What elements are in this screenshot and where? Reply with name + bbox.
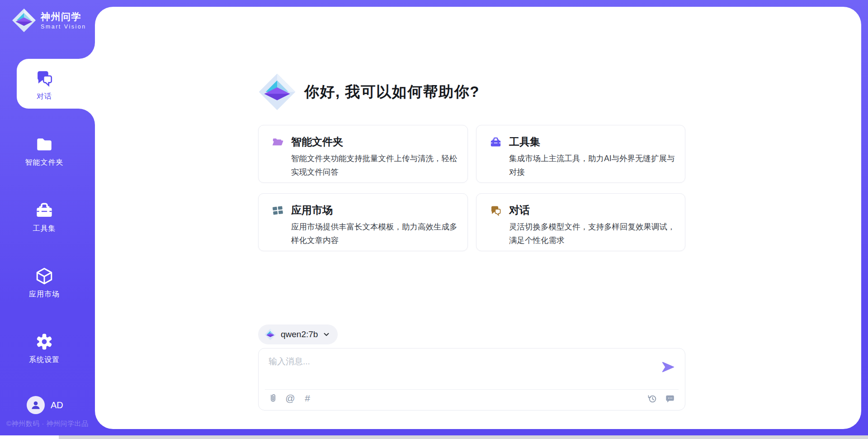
greeting-block: 你好, 我可以如何帮助你? — [258, 73, 480, 111]
diamond-logo-icon — [12, 8, 36, 33]
app-logo: 神州问学 Smart Vision — [12, 8, 86, 33]
card-title: 工具集 — [509, 135, 677, 148]
card-description: 智能文件夹功能支持批量文件上传与清洗，轻松实现文件问答 — [291, 152, 459, 179]
composer-tools-left: @ # — [268, 393, 313, 404]
grid-icon — [272, 205, 284, 217]
feedback-icon[interactable] — [665, 393, 675, 404]
main-content-layer: 你好, 我可以如何帮助你? 智能文件夹 智能文件夹功能支持批量文件上传与清洗，轻… — [95, 7, 861, 429]
chat-icon — [35, 69, 54, 88]
history-icon[interactable] — [647, 393, 658, 404]
mention-icon[interactable]: @ — [285, 393, 296, 404]
sidebar-item-label: 对话 — [0, 92, 89, 101]
send-icon — [661, 360, 675, 374]
chat-icon — [490, 205, 502, 217]
hash-icon[interactable]: # — [302, 393, 313, 404]
sidebar-item-chat[interactable]: 对话 — [0, 69, 89, 101]
user-initials: AD — [51, 400, 63, 410]
sidebar-item-label: 智能文件夹 — [0, 158, 89, 167]
card-title: 对话 — [509, 203, 677, 217]
scrollbar-track[interactable] — [59, 435, 868, 439]
sidebar-footer-text: ©神州数码 · 神州问学出品 — [6, 420, 88, 428]
sidebar-item-settings[interactable]: 系统设置 — [0, 332, 89, 365]
toolbox-icon — [490, 136, 502, 148]
model-selector[interactable]: qwen2:7b — [258, 324, 338, 344]
attachment-icon[interactable] — [268, 393, 278, 404]
card-description: 灵活切换多模型文件，支持多样回复效果调试，满足个性化需求 — [509, 220, 677, 247]
message-composer: @ # — [258, 348, 685, 410]
card-description: 集成市场上主流工具，助力AI与外界无缝扩展与对接 — [509, 152, 677, 179]
card-title: 智能文件夹 — [291, 135, 459, 148]
card-title: 应用市场 — [291, 203, 459, 217]
sidebar-item-smart-folder[interactable]: 智能文件夹 — [0, 135, 89, 167]
send-button[interactable] — [661, 360, 675, 374]
gear-icon — [35, 332, 54, 351]
message-input[interactable] — [268, 355, 649, 385]
cube-icon — [35, 267, 54, 286]
model-name: qwen2:7b — [281, 329, 318, 339]
toolbox-icon — [35, 201, 54, 220]
sidebar-item-label: 应用市场 — [0, 290, 89, 299]
card-chat[interactable]: 对话 灵活切换多模型文件，支持多样回复效果调试，满足个性化需求 — [476, 193, 685, 251]
horizontal-scrollbar[interactable] — [0, 435, 868, 439]
brand-name: 神州问学 — [41, 11, 86, 22]
diamond-logo-icon — [264, 329, 276, 340]
card-description: 应用市场提供丰富长文本模板，助力高效生成多样化文章内容 — [291, 220, 459, 247]
tab-notch-bottom — [79, 109, 95, 125]
sidebar-item-label: 系统设置 — [0, 355, 89, 365]
card-toolset[interactable]: 工具集 集成市场上主流工具，助力AI与外界无缝扩展与对接 — [476, 125, 685, 183]
tab-notch-top — [79, 43, 95, 59]
folder-open-icon — [272, 136, 284, 148]
feature-cards: 智能文件夹 智能文件夹功能支持批量文件上传与清洗，轻松实现文件问答 工具集 — [258, 125, 685, 251]
chevron-down-icon — [322, 330, 330, 339]
user-avatar[interactable] — [27, 396, 45, 414]
card-app-market[interactable]: 应用市场 应用市场提供丰富长文本模板，助力高效生成多样化文章内容 — [258, 193, 468, 251]
card-smart-folder[interactable]: 智能文件夹 智能文件夹功能支持批量文件上传与清洗，轻松实现文件问答 — [258, 125, 468, 183]
sidebar-item-label: 工具集 — [0, 224, 89, 234]
composer-tools-right — [647, 393, 675, 404]
user-avatar-icon — [30, 399, 42, 411]
greeting-title: 你好, 我可以如何帮助你? — [304, 82, 480, 102]
sidebar-item-toolset[interactable]: 工具集 — [0, 201, 89, 234]
sidebar-item-app-market[interactable]: 应用市场 — [0, 267, 89, 299]
composer-divider — [265, 389, 679, 390]
folder-icon — [35, 135, 54, 154]
brand-subtitle: Smart Vision — [41, 24, 86, 30]
diamond-logo-icon — [258, 73, 296, 111]
